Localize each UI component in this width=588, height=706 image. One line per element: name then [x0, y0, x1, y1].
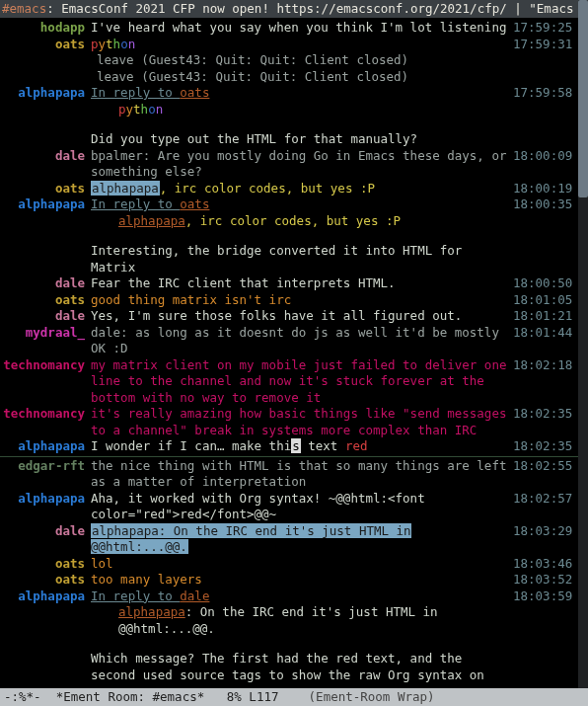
- nick-column: dale: [0, 308, 91, 325]
- message-body: python: [91, 102, 513, 118]
- nick-column: alphapapa: [0, 588, 91, 605]
- message-body: In reply to oats: [91, 196, 513, 213]
- message-row[interactable]: oatsalphapapa, irc color codes, but yes …: [0, 181, 578, 197]
- message-body: Yes, I'm sure those folks have it all fi…: [91, 308, 513, 325]
- channel-name: #emacs: [2, 1, 46, 16]
- text-token: the nice thing with HTML is that so many…: [91, 458, 506, 490]
- text-token: I wonder if I can… make thi: [91, 438, 291, 453]
- message-body: alphapapa, irc color codes, but yes :P: [91, 181, 513, 197]
- modeline: -:%*- *Ement Room: #emacs* 8% L117 (Emen…: [0, 688, 588, 706]
- text-token: red: [345, 438, 368, 453]
- text-token: Did you type out the HTML for that manua…: [91, 131, 417, 146]
- text-token: my matrix client on my mobile just faile…: [91, 357, 506, 405]
- text-token: alphapapa: [91, 181, 160, 196]
- text-token: I've heard what you say when you think I…: [91, 20, 506, 35]
- message-row[interactable]: alphapapaAha, it worked with Org syntax!…: [0, 491, 578, 523]
- message-body: leave (Guest43: Quit: Quit: Client close…: [91, 69, 513, 86]
- text-token: good thing matrix isn't irc: [91, 292, 291, 307]
- message-body: leave (Guest43: Quit: Quit: Client close…: [91, 52, 513, 69]
- message-body: I wonder if I can… make this text red: [91, 438, 513, 455]
- message-body: bpalmer: Are you mostly doing Go in Emac…: [91, 148, 513, 181]
- text-token: oats: [180, 85, 209, 100]
- message-row[interactable]: python: [0, 102, 578, 118]
- message-row[interactable]: edgar-rftthe nice thing with HTML is tha…: [0, 458, 578, 491]
- message-row[interactable]: oatspython17:59:31: [0, 37, 578, 53]
- scrollbar-thumb[interactable]: [578, 0, 588, 197]
- message-body: alphapapa: On the IRC end it's just HTML…: [91, 604, 513, 637]
- text-token: Fear the IRC client that interprets HTML…: [91, 275, 396, 290]
- scrollbar-track[interactable]: [578, 0, 588, 688]
- rainbow-char: h: [141, 102, 149, 117]
- nick-column: technomancy: [0, 357, 91, 374]
- nick-column: alphapapa: [0, 438, 91, 455]
- timestamp: 18:02:55: [513, 458, 578, 475]
- message-row[interactable]: alphapapaIn reply to oats18:00:35: [0, 196, 578, 213]
- nick-column: oats: [0, 556, 91, 573]
- message-row[interactable]: leave (Guest43: Quit: Quit: Client close…: [0, 69, 578, 86]
- modeline-status: -:%*-: [4, 689, 41, 706]
- message-body: In reply to oats: [91, 85, 513, 102]
- message-row[interactable]: daleYes, I'm sure those folks have it al…: [0, 308, 578, 325]
- message-row[interactable]: Interesting, the bridge converted it int…: [0, 243, 578, 275]
- message-row[interactable]: oatstoo many layers18:03:52: [0, 572, 578, 588]
- message-row[interactable]: dalebpalmer: Are you mostly doing Go in …: [0, 148, 578, 181]
- message-row[interactable]: daleFear the IRC client that interprets …: [0, 275, 578, 292]
- message-log[interactable]: hodappI've heard what you say when you t…: [0, 18, 578, 706]
- message-body: good thing matrix isn't irc: [91, 292, 513, 309]
- timestamp: 18:02:35: [513, 406, 578, 423]
- modeline-mode: (Ement-Room Wrap): [309, 689, 435, 706]
- timestamp: 18:01:44: [513, 325, 578, 342]
- message-row[interactable]: dalealphapapa: On the IRC end it's just …: [0, 523, 578, 556]
- timestamp: 18:03:46: [513, 556, 578, 573]
- message-row[interactable]: mydraal_dale: as long as it doesnt do js…: [0, 325, 578, 357]
- message-row[interactable]: alphapapaIn reply to oats17:59:58: [0, 85, 578, 102]
- nick-column: mydraal_: [0, 325, 91, 342]
- text-token: it's really amazing how basic things lik…: [91, 406, 506, 437]
- message-body: Interesting, the bridge converted it int…: [91, 243, 513, 275]
- unread-separator: [0, 456, 578, 457]
- text-token: lol: [91, 556, 113, 571]
- message-row[interactable]: technomancyit's really amazing how basic…: [0, 406, 578, 438]
- message-body: alphapapa: On the IRC end it's just HTML…: [91, 523, 513, 556]
- text-token: oats: [180, 196, 209, 211]
- text-token: dale: [180, 588, 209, 603]
- rainbow-char: n: [128, 37, 136, 51]
- message-row[interactable]: alphapapaI wonder if I can… make this te…: [0, 438, 578, 455]
- text-token: Interesting, the bridge converted it int…: [91, 243, 462, 275]
- timestamp: 18:03:59: [513, 588, 578, 605]
- message-row[interactable]: alphapapa: On the IRC end it's just HTML…: [0, 604, 578, 637]
- rainbow-char: y: [126, 102, 134, 117]
- message-row[interactable]: oatsgood thing matrix isn't irc18:01:05: [0, 292, 578, 309]
- message-row[interactable]: alphapapaIn reply to dale18:03:59: [0, 588, 578, 605]
- message-row[interactable]: leave (Guest43: Quit: Quit: Client close…: [0, 52, 578, 69]
- message-body: I've heard what you say when you think I…: [91, 20, 513, 37]
- message-body: In reply to dale: [91, 588, 513, 605]
- nick-column: oats: [0, 572, 91, 588]
- nick-column: alphapapa: [0, 85, 91, 102]
- emacs-window: #emacs: EmacsConf 2021 CFP now open! htt…: [0, 0, 588, 706]
- spacer: [0, 637, 578, 651]
- message-row[interactable]: technomancymy matrix client on my mobile…: [0, 357, 578, 407]
- timestamp: 18:02:57: [513, 491, 578, 508]
- text-token: Aha, it worked with Org syntax! ~@@html:…: [91, 491, 425, 522]
- message-body: Did you type out the HTML for that manua…: [91, 131, 513, 148]
- rainbow-char: p: [91, 37, 99, 51]
- nick-column: alphapapa: [0, 491, 91, 508]
- timestamp: 18:03:52: [513, 572, 578, 588]
- message-row[interactable]: alphapapa, irc color codes, but yes :P: [0, 213, 578, 230]
- message-row[interactable]: hodappI've heard what you say when you t…: [0, 20, 578, 37]
- cursor: s: [291, 438, 301, 453]
- text-token: bpalmer: Are you mostly doing Go in Emac…: [91, 148, 506, 180]
- message-row[interactable]: oatslol18:03:46: [0, 556, 578, 573]
- text-token: text: [301, 438, 345, 453]
- nick-column: dale: [0, 275, 91, 292]
- spacer: [0, 118, 578, 131]
- message-body: too many layers: [91, 572, 513, 588]
- text-token: , irc color codes, but yes :P: [185, 213, 401, 228]
- modeline-position: 8% L117: [227, 689, 279, 706]
- timestamp: 18:00:19: [513, 181, 578, 197]
- timestamp: 17:59:58: [513, 85, 578, 102]
- modeline-buffer: *Ement Room: #emacs*: [56, 689, 205, 706]
- text-token: too many layers: [91, 572, 202, 587]
- message-row[interactable]: Did you type out the HTML for that manua…: [0, 131, 578, 148]
